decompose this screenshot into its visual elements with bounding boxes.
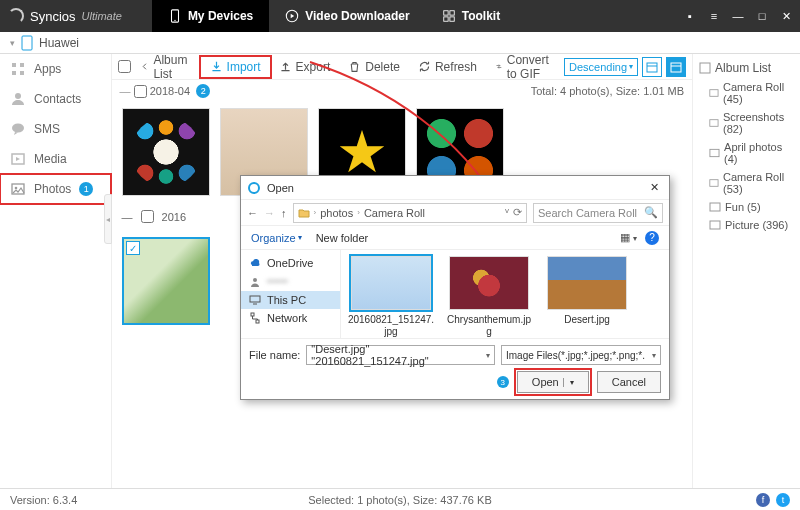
chevron-down-icon: ▾ <box>563 378 574 387</box>
help-icon[interactable]: ? <box>645 231 659 245</box>
sort-controls: Descending▾ <box>564 57 686 77</box>
album-item[interactable]: April photos (4) <box>693 138 800 168</box>
sidebar-item-sms[interactable]: SMS <box>0 114 111 144</box>
cancel-button[interactable]: Cancel <box>597 371 661 393</box>
chat-icon[interactable]: ▪ <box>684 10 696 22</box>
select-all-checkbox[interactable] <box>118 60 131 73</box>
file-name-input[interactable]: "Desert.jpg" "20160821_151247.jpg"▾ <box>306 345 495 365</box>
facebook-icon[interactable]: f <box>756 493 770 507</box>
nav-this-pc[interactable]: This PC <box>241 291 340 309</box>
view-toggle-1[interactable] <box>642 57 662 77</box>
section-checkbox[interactable] <box>134 85 147 98</box>
sidebar-collapse-handle[interactable]: ◂ <box>104 194 112 244</box>
nav-up-button[interactable]: ↑ <box>281 207 287 219</box>
album-item[interactable]: Screenshots (82) <box>693 108 800 138</box>
album-item[interactable]: Fun (5) <box>693 198 800 216</box>
nav-blurred[interactable]: ━━━ <box>241 272 340 291</box>
svg-rect-23 <box>710 180 718 187</box>
image-icon <box>709 201 721 213</box>
organize-button[interactable]: Organize ▾ <box>251 232 302 244</box>
nav-network[interactable]: Network <box>241 309 340 327</box>
file-item[interactable]: Desert.jpg <box>543 256 631 332</box>
dialog-search[interactable]: Search Camera Roll🔍 <box>533 203 663 223</box>
photo-thumb[interactable] <box>122 108 210 196</box>
nav-back-button[interactable]: ← <box>247 207 258 219</box>
file-type-filter[interactable]: Image Files(*.jpg;*.jpeg;*.png;*.▾ <box>501 345 661 365</box>
import-icon <box>210 60 223 73</box>
album-item[interactable]: Picture (396) <box>693 216 800 234</box>
device-bar: ▾ Huawei <box>0 32 800 54</box>
image-icon <box>709 177 719 189</box>
maximize-button[interactable]: □ <box>756 10 768 22</box>
sidebar-item-contacts[interactable]: Contacts <box>0 84 111 114</box>
file-name-label: File name: <box>249 349 300 361</box>
svg-rect-24 <box>710 203 720 211</box>
refresh-button[interactable]: Refresh <box>410 58 485 76</box>
sort-dropdown[interactable]: Descending▾ <box>564 58 638 76</box>
main-tabs: My Devices Video Downloader Toolkit <box>152 0 516 32</box>
svg-rect-30 <box>256 320 259 323</box>
syncios-icon <box>247 181 261 195</box>
image-icon <box>709 117 719 129</box>
sidebar-item-media[interactable]: Media <box>0 144 111 174</box>
step-badge-3: 3 <box>497 376 509 388</box>
new-folder-button[interactable]: New folder <box>316 232 369 244</box>
svg-rect-21 <box>710 120 718 127</box>
tab-my-devices[interactable]: My Devices <box>152 0 269 32</box>
search-icon: 🔍 <box>644 206 658 219</box>
dialog-side-nav: OneDrive ━━━ This PC Network <box>241 250 341 338</box>
open-button[interactable]: Open▾ <box>517 371 589 393</box>
file-item[interactable]: 20160821_151247.jpg <box>347 256 435 332</box>
breadcrumb[interactable]: › photos › Camera Roll v⟳ <box>293 203 528 223</box>
folder-icon <box>298 207 310 219</box>
title-bar: Syncios Ultimate My Devices Video Downlo… <box>0 0 800 32</box>
album-item[interactable]: Camera Roll (53) <box>693 168 800 198</box>
network-icon <box>249 312 261 324</box>
album-list-header: Album List <box>693 58 800 78</box>
delete-button[interactable]: Delete <box>340 58 408 76</box>
section-checkbox[interactable] <box>141 210 154 223</box>
nav-forward-button[interactable]: → <box>264 207 275 219</box>
dialog-title: Open <box>267 182 294 194</box>
sidebar-item-photos[interactable]: Photos1 <box>0 174 111 204</box>
dialog-close-button[interactable]: ✕ <box>645 179 663 197</box>
file-thumb <box>449 256 529 310</box>
menu-icon[interactable]: ≡ <box>708 10 720 22</box>
section-summary: Total: 4 photo(s), Size: 1.01 MB <box>531 85 684 97</box>
nav-onedrive[interactable]: OneDrive <box>241 254 340 272</box>
refresh-icon[interactable]: ⟳ <box>513 206 522 219</box>
album-list-panel: Album List Camera Roll (45) Screenshots … <box>692 54 800 488</box>
album-list-button[interactable]: Album List <box>133 51 200 83</box>
convert-gif-button[interactable]: Convert to GIF <box>487 51 562 83</box>
minimize-button[interactable]: — <box>732 10 744 22</box>
sidebar-item-apps[interactable]: Apps <box>0 54 111 84</box>
twitter-icon[interactable]: t <box>776 493 790 507</box>
phone-icon <box>168 9 182 23</box>
collapse-icon[interactable]: — <box>120 85 134 97</box>
export-button[interactable]: Export <box>271 58 339 76</box>
import-button[interactable]: Import <box>202 58 269 76</box>
view-mode-button[interactable]: ▦ ▾ <box>620 231 637 244</box>
cloud-icon <box>249 257 261 269</box>
tab-toolkit[interactable]: Toolkit <box>426 0 516 32</box>
list-icon <box>699 62 711 74</box>
file-item[interactable]: Chrysanthemum.jpg <box>445 256 533 332</box>
back-arrow-icon <box>141 60 150 73</box>
collapse-icon[interactable]: — <box>122 211 133 223</box>
triangle-down-icon[interactable]: ▾ <box>10 38 15 48</box>
view-toggle-2[interactable] <box>666 57 686 77</box>
export-icon <box>279 60 292 73</box>
chevron-down-icon[interactable]: v <box>505 206 509 219</box>
dialog-toolbar: Organize ▾ New folder ▦ ▾ ? <box>241 226 669 250</box>
dialog-titlebar: Open ✕ <box>241 176 669 200</box>
svg-rect-5 <box>443 17 447 21</box>
close-button[interactable]: ✕ <box>780 10 792 22</box>
app-logo: Syncios Ultimate <box>8 8 122 24</box>
svg-point-26 <box>249 183 259 193</box>
photo-thumb-selected[interactable]: ✓ <box>122 237 210 325</box>
grid-icon <box>442 9 456 23</box>
section-year: 2018-04 <box>150 85 190 97</box>
dialog-footer: File name: "Desert.jpg" "20160821_151247… <box>241 338 669 399</box>
album-item[interactable]: Camera Roll (45) <box>693 78 800 108</box>
tab-video-downloader[interactable]: Video Downloader <box>269 0 425 32</box>
